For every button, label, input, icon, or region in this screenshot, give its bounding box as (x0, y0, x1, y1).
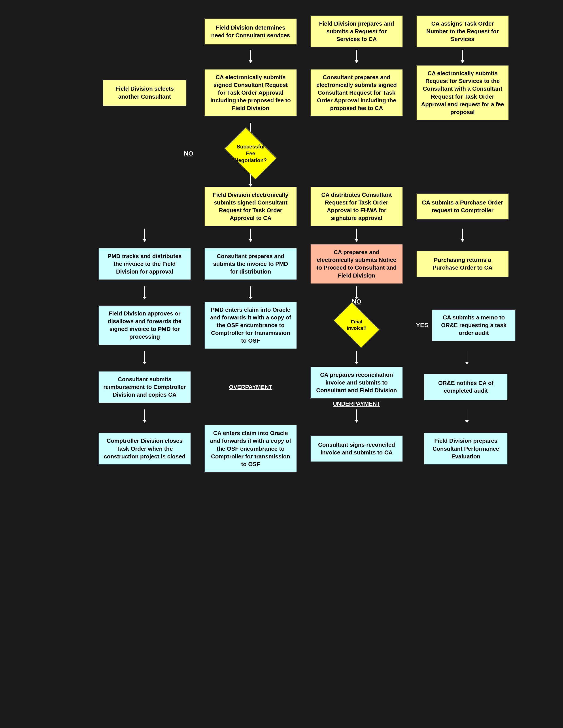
row8-col0: Comptroller Division closes Task Order w… (92, 430, 197, 467)
row-8: Comptroller Division closes Task Order w… (9, 423, 554, 475)
arrow-down-3 (462, 50, 463, 61)
arrow-down-8d (467, 409, 467, 420)
row-5: PMD tracks and distributes the invoice t… (9, 242, 554, 286)
row-4: Field Division electronically submits si… (9, 184, 554, 229)
row8-col1: CA enters claim into Oracle and forwards… (197, 423, 304, 475)
overpayment-label: OVERPAYMENT (229, 384, 272, 390)
row-6: Field Division approves or disallows and… (9, 299, 554, 351)
row1-col3: Field Division prepares and submits a Re… (304, 13, 410, 50)
row4-col2: CA distributes Consultant Request for Ta… (304, 184, 410, 229)
yes-label-invoice: YES (416, 322, 428, 329)
box-ca-distributes-approval-fhwa: CA distributes Consultant Request for Ta… (310, 187, 403, 226)
row3-empty-far-right (410, 151, 516, 156)
arrow-down-consultant-inv (250, 229, 251, 240)
row-1: Field Division determines need for Consu… (9, 13, 554, 50)
row5-col3: Purchasing returns a Purchase Order to C… (410, 248, 516, 279)
diamond-final-invoice: Final Invoice? (332, 309, 381, 342)
row2-col2: Consultant prepares and electronically s… (304, 67, 410, 119)
row3-no-side: NO (92, 148, 197, 159)
box-field-division-submits-signed-approval: Field Division electronically submits si… (204, 187, 297, 226)
row6-diamond: Final Invoice? (304, 306, 410, 344)
arrow-down-pmd (144, 229, 145, 240)
connector-3-yes: YES (9, 173, 554, 184)
row-7: Consultant submits reimbursement to Comp… (9, 364, 554, 409)
box-ca-assigns-task-order: CA assigns Task Order Number to the Requ… (416, 15, 509, 47)
box-ca-enters-claim-oracle-final: CA enters claim into Oracle and forwards… (204, 425, 297, 472)
box-field-division-selects-another: Field Division selects another Consultan… (103, 80, 186, 106)
row7-col2: CA prepares reconciliation invoice and s… (304, 364, 410, 409)
arrow-down-5 (250, 173, 251, 184)
box-pmd-enters-claim-oracle: PMD enters claim into Oracle and forward… (204, 302, 297, 349)
box-consultant-prepares-invoice: Consultant prepares and submits the invo… (204, 248, 297, 280)
row1-spacer-left (47, 29, 92, 34)
row7-col0: Consultant submits reimbursement to Comp… (92, 369, 197, 405)
arrow-down-6b (250, 286, 251, 297)
arrow-down-6c (356, 286, 357, 297)
box-field-division-determines: Field Division determines need for Consu… (204, 18, 297, 45)
arrow-down-1 (250, 50, 251, 61)
box-consultant-signs-reconciled: Consultant signs reconciled invoice and … (310, 435, 403, 462)
row-2: Field Division selects another Consultan… (9, 63, 554, 123)
row8-col2: Consultant signs reconciled invoice and … (304, 433, 410, 464)
row5-col1: Consultant prepares and submits the invo… (197, 246, 304, 282)
no-label-fee: NO (184, 150, 193, 157)
box-comptroller-closes-task-order: Comptroller Division closes Task Order w… (98, 433, 191, 465)
row2-col3: CA electronically submits Request for Se… (410, 63, 516, 123)
row7-col3: OR&E notifies CA of completed audit (410, 372, 516, 402)
connector-4-5 (9, 229, 554, 242)
box-ca-prepares-notice-to-proceed: CA prepares and electronically submits N… (310, 244, 403, 284)
row6-col0: Field Division approves or disallows and… (92, 303, 197, 347)
row4-col3: CA submits a Purchase Order request to C… (410, 191, 516, 222)
box-pmd-tracks-distributes: PMD tracks and distributes the invoice t… (98, 248, 191, 280)
arrow-down-6a (144, 286, 145, 297)
row7-overpayment: OVERPAYMENT (197, 381, 304, 393)
arrow-down-2 (356, 50, 357, 61)
box-ore-notifies-ca-audit: OR&E notifies CA of completed audit (424, 374, 508, 400)
row3-empty-right (304, 151, 410, 156)
arrow-down-7d (467, 351, 467, 362)
arrow-down-ca-notice (356, 229, 357, 240)
box-consultant-submits-reimbursement: Consultant submits reimbursement to Comp… (98, 371, 191, 403)
arrow-down-purchasing (462, 229, 463, 240)
box-consultant-prepares-submits-signed: Consultant prepares and electronically s… (310, 69, 403, 116)
box-field-division-prepares-request: Field Division prepares and submits a Re… (310, 15, 403, 47)
flowchart: Field Division determines need for Consu… (9, 13, 554, 475)
box-ca-prepares-reconciliation: CA prepares reconciliation invoice and s… (310, 367, 403, 399)
arrow-down-8c (356, 409, 357, 420)
diamond-fee-negotiation: Successful Fee Negotiation? (220, 136, 282, 171)
box-ca-submits-request-services-consultant: CA electronically submits Request for Se… (416, 65, 509, 120)
box-ca-submits-memo-ore: CA submits a memo to OR&E requesting a t… (432, 309, 516, 341)
box-field-div-prepares-evaluation: Field Division prepares Consultant Perfo… (424, 433, 508, 465)
row5-col0: PMD tracks and distributes the invoice t… (92, 246, 197, 282)
box-ca-submits-purchase-order: CA submits a Purchase Order request to C… (416, 193, 509, 220)
row1-col2: Field Division determines need for Consu… (197, 16, 304, 47)
row8-col3: Field Division prepares Consultant Perfo… (410, 430, 516, 467)
row-3-diamond: NO Successful Fee Negotiation? (9, 134, 554, 173)
row3-diamond-col: Successful Fee Negotiation? (197, 134, 304, 173)
row1-col4: CA assigns Task Order Number to the Requ… (410, 13, 516, 50)
arrow-down-7a (144, 351, 145, 362)
box-ca-submits-signed-approval-field: CA electronically submits signed Consult… (204, 69, 297, 116)
row4-col1: Field Division electronically submits si… (197, 184, 304, 229)
connector-6-7 (9, 351, 554, 364)
connector-1-2 (9, 50, 554, 63)
box-purchasing-returns-po: Purchasing returns a Purchase Order to C… (416, 251, 509, 277)
connector-2-3 (9, 123, 554, 134)
row1-col1-empty (92, 29, 197, 34)
arrow-down-8a (144, 409, 145, 420)
row5-col2: CA prepares and electronically submits N… (304, 242, 410, 286)
connector-5-6: NO (9, 286, 554, 299)
row2-col1: CA electronically submits signed Consult… (197, 67, 304, 119)
connector-7-8 (9, 409, 554, 423)
box-field-div-approves-forwards: Field Division approves or disallows and… (98, 305, 191, 345)
row6-col3: YES CA submits a memo to OR&E requesting… (410, 307, 516, 343)
row2-spacer (47, 91, 92, 95)
row2-col0: Field Division selects another Consultan… (92, 77, 197, 108)
row6-col1: PMD enters claim into Oracle and forward… (197, 299, 304, 351)
arrow-down-7c (356, 351, 357, 362)
underpayment-label: UNDERPAYMENT (333, 400, 380, 407)
row4-empty (92, 204, 197, 209)
